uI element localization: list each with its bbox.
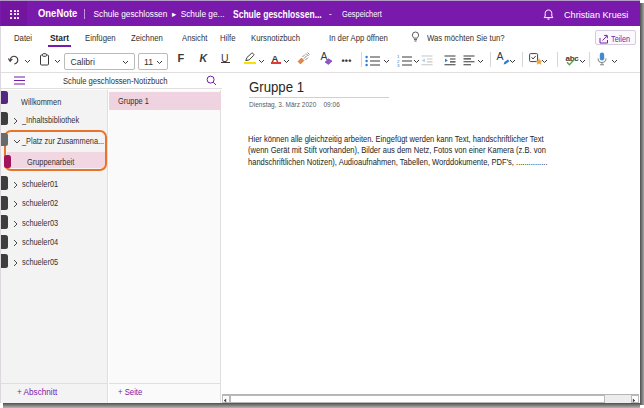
svg-text:3: 3 xyxy=(397,63,400,67)
